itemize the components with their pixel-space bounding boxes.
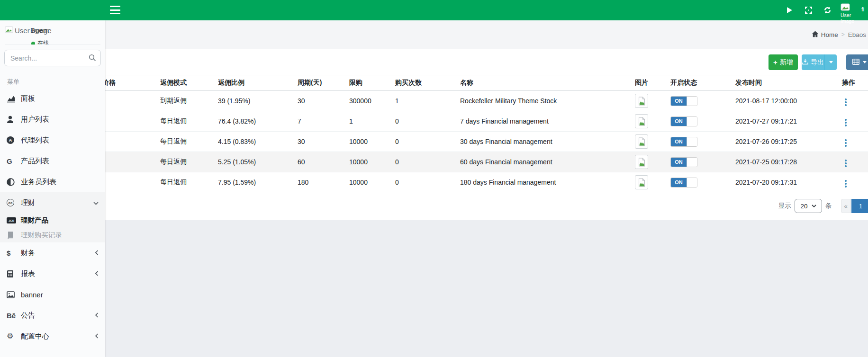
cell-status: ON — [667, 132, 732, 152]
sidebar-item-licai-products[interactable]: JCB 理财产品 — [0, 213, 105, 228]
cell-rebate-mode: 每日返佣 — [156, 152, 214, 172]
cell-rebate-mode: 到期返佣 — [156, 91, 214, 111]
status-toggle[interactable]: ON — [670, 137, 697, 147]
cell-rebate-mode: 每日返佣 — [156, 111, 214, 132]
sidebar-item-reports[interactable]: 报表 — [0, 263, 105, 284]
cell-name: Rockefeller Military Theme Stock — [456, 91, 631, 111]
sidebar-item-licai-purchase-records[interactable]: 理财购买记录 — [0, 228, 105, 242]
status-toggle[interactable]: ON — [670, 96, 697, 106]
product-image-thumbnail[interactable] — [635, 175, 648, 189]
sidebar-item-salesmen[interactable]: 业务员列表 — [0, 171, 105, 192]
sidebar-toggle-button[interactable] — [110, 6, 120, 14]
table-body: 到期返佣 39 (1.95%) 30 300000 1 Rockefeller … — [105, 91, 868, 193]
status-toggle[interactable]: ON — [670, 116, 697, 126]
sidebar-item-announcements[interactable]: Bē 公告 — [0, 305, 105, 326]
sidebar-item-users[interactable]: 用户列表 — [0, 109, 105, 130]
cell-name: 30 days Financial management — [456, 132, 631, 152]
refresh-icon[interactable] — [818, 0, 837, 20]
menu-header: 菜单 — [7, 78, 105, 86]
export-dropdown-button[interactable] — [824, 54, 837, 70]
search-icon[interactable] — [89, 54, 96, 63]
sidebar-menu: 面板 用户列表 A 代理列表 G 产品列表 业务员列表 — [0, 88, 105, 347]
chevron-left-icon — [95, 312, 99, 319]
cell-price — [105, 152, 156, 172]
user-icon — [7, 116, 19, 124]
cell-image — [631, 91, 667, 111]
content-header: Home > Ebaos — [105, 20, 868, 49]
calculator-icon — [7, 270, 19, 278]
sidebar-item-licai[interactable]: cc 理财 — [0, 192, 105, 213]
broken-user-image-icon — [841, 3, 861, 12]
cell-status: ON — [667, 172, 732, 193]
play-icon[interactable] — [780, 0, 799, 20]
sidebar-item-products[interactable]: G 产品列表 — [0, 151, 105, 171]
gear-icon: ⚙ — [7, 332, 19, 340]
cell-limit: 10000 — [345, 132, 391, 152]
cell-price — [105, 132, 156, 152]
cell-rebate-ratio: 4.15 (0.83%) — [214, 132, 294, 152]
product-image-thumbnail[interactable] — [635, 134, 648, 149]
status-toggle[interactable]: ON — [670, 178, 697, 187]
table-row: 每日返佣 76.4 (3.82%) 7 1 0 7 days Financial… — [105, 111, 868, 132]
col-purchase-limit: 限购 — [345, 75, 391, 91]
table-row: 每日返佣 7.95 (1.59%) 180 10000 0 180 days F… — [105, 172, 868, 193]
chevron-left-icon — [95, 332, 99, 340]
sidebar-item-finance[interactable]: $ 财务 — [0, 242, 105, 263]
cell-actions — [838, 172, 868, 193]
pager-prev-button[interactable]: « — [841, 199, 851, 213]
breadcrumb-separator: > — [841, 31, 845, 38]
breadcrumb-home-link[interactable]: Home — [812, 31, 838, 39]
cc-circle-icon: cc — [7, 199, 19, 206]
products-card: + 新增 导出 — [105, 49, 868, 220]
cell-publish-time: 2021-07-20 09:17:31 — [732, 172, 838, 193]
search-input[interactable] — [4, 50, 101, 66]
cell-limit: 300000 — [345, 91, 391, 111]
status-toggle[interactable]: ON — [670, 157, 697, 167]
cell-publish-time: 2021-08-17 12:00:00 — [732, 91, 838, 111]
cell-rebate-ratio: 39 (1.95%) — [214, 91, 294, 111]
sidebar-user-panel[interactable]: User Image Bgem 在线 — [5, 23, 100, 45]
caret-down-icon — [863, 61, 867, 63]
user-menu[interactable]: User Image fi — [841, 0, 868, 24]
cell-image — [631, 152, 667, 172]
breadcrumb: Home > Ebaos — [812, 20, 866, 49]
page-size-select[interactable]: 20 — [795, 199, 822, 213]
toggle-knob — [687, 158, 697, 167]
cell-buy-count: 1 — [391, 91, 456, 111]
cell-actions — [838, 91, 868, 111]
sidebar-item-config-center[interactable]: ⚙ 配置中心 — [0, 326, 105, 347]
product-image-thumbnail[interactable] — [635, 94, 648, 108]
half-circle-icon — [7, 178, 19, 186]
product-image-thumbnail[interactable] — [635, 114, 648, 128]
cell-actions — [838, 132, 868, 152]
row-actions-button[interactable] — [842, 117, 850, 128]
cell-actions — [838, 111, 868, 132]
home-icon — [812, 31, 819, 39]
products-table-wrapper: 价格 返佣模式 返佣比例 周期(天) 限购 购买次数 名称 图片 开启状态 发布… — [105, 75, 868, 192]
export-button[interactable]: 导出 — [802, 54, 824, 70]
sidebar-item-banner[interactable]: banner — [0, 284, 105, 305]
download-icon — [802, 59, 808, 66]
toggle-knob — [687, 117, 697, 126]
columns-toggle-button[interactable] — [846, 54, 868, 70]
sidebar-item-agents[interactable]: A 代理列表 — [0, 130, 105, 151]
sidebar-group-finance: cc 理财 JCB 理财产品 理财购买记录 — [0, 192, 105, 242]
pager: « 1 » — [841, 199, 868, 213]
cell-buy-count: 0 — [391, 172, 456, 193]
row-actions-button[interactable] — [842, 97, 850, 108]
sidebar-item-dashboard[interactable]: 面板 — [0, 88, 105, 109]
row-actions-button[interactable] — [842, 178, 850, 189]
product-image-thumbnail[interactable] — [635, 155, 648, 169]
sidebar: User Image Bgem 在线 菜单 面板 用户列表 A — [0, 20, 105, 357]
row-actions-button[interactable] — [842, 137, 850, 149]
cell-buy-count: 0 — [391, 132, 456, 152]
add-button[interactable]: + 新增 — [769, 54, 798, 70]
row-actions-button[interactable] — [842, 158, 850, 169]
pager-page-1-button[interactable]: 1 — [851, 199, 868, 213]
col-name: 名称 — [456, 75, 631, 91]
cell-publish-time: 2021-07-27 09:17:21 — [732, 111, 838, 132]
cell-limit: 10000 — [345, 172, 391, 193]
cell-name: 180 days Financial management — [456, 172, 631, 193]
expand-fullscreen-icon[interactable] — [799, 0, 818, 20]
col-price: 价格 — [105, 75, 156, 91]
